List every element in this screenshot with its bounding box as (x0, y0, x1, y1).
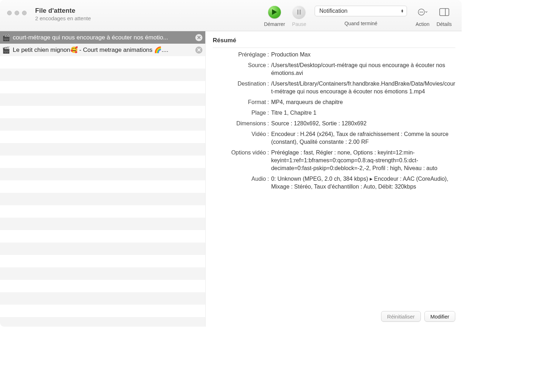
window-title: File d'attente (35, 7, 91, 15)
summary-row-audio: Audio: 0: Unknown (MPEG, 2.0 ch, 384 kbp… (213, 175, 455, 191)
queue-empty-rows (0, 56, 205, 327)
remove-queue-item-button[interactable]: ✕ (195, 34, 202, 41)
when-done-group: Notification ▲▼ Quand terminé (315, 3, 407, 26)
sidebar-icon (439, 8, 449, 16)
summary-row-video-options: Options vidéo: Préréglage : fast, Régler… (213, 149, 455, 172)
divider (213, 48, 455, 48)
pause-button[interactable]: Pause (292, 3, 306, 27)
clapper-icon: 🎬 (2, 34, 10, 42)
close-window-button[interactable] (7, 11, 12, 15)
summary-footer: Réinitialiser Modifier (381, 311, 455, 322)
ellipsis-circle-icon (418, 8, 428, 16)
summary-heading: Résumé (213, 37, 455, 44)
minimize-window-button[interactable] (15, 11, 19, 15)
modify-button[interactable]: Modifier (424, 311, 455, 322)
stepper-icon: ▲▼ (401, 9, 404, 13)
queue-item[interactable]: 🎬 court-métrage qui nous encourage à éco… (0, 31, 205, 44)
when-done-label: Quand terminé (344, 21, 378, 26)
toolbar: File d'attente 2 encodages en attente Dé… (0, 0, 462, 31)
svg-rect-2 (300, 10, 301, 15)
start-button[interactable]: Démarrer (264, 3, 285, 27)
pause-icon (293, 6, 305, 18)
summary-row-source: Source: /Users/test/Desktop/court-métrag… (213, 61, 455, 77)
svg-point-4 (420, 12, 420, 12)
pause-label: Pause (292, 21, 306, 27)
play-icon (268, 6, 281, 18)
queue-item-title: Le petit chien mignon🥰 - Court metrage a… (13, 46, 193, 54)
svg-point-6 (422, 12, 423, 12)
svg-rect-7 (440, 9, 449, 16)
summary-panel: Résumé Préréglage: Production Max Source… (205, 31, 462, 327)
action-label: Action (416, 21, 429, 27)
queue-item[interactable]: 🎬 Le petit chien mignon🥰 - Court metrage… (0, 44, 205, 56)
summary-row-dimensions: Dimensions: Source : 1280x692, Sortie : … (213, 120, 455, 127)
svg-rect-1 (297, 10, 299, 15)
reset-button[interactable]: Réinitialiser (381, 311, 421, 322)
window-subtitle: 2 encodages en attente (35, 15, 91, 21)
details-toggle-button[interactable]: Détails (436, 3, 452, 27)
details-label: Détails (436, 21, 452, 27)
svg-point-5 (421, 12, 422, 12)
action-menu-button[interactable]: Action (416, 3, 429, 27)
zoom-window-button[interactable] (22, 11, 27, 15)
when-done-value: Notification (319, 8, 347, 14)
window-controls (7, 11, 27, 15)
queue-list: 🎬 court-métrage qui nous encourage à éco… (0, 31, 205, 327)
title-block: File d'attente 2 encodages en attente (35, 7, 91, 21)
summary-row-range: Plage: Titre 1, Chapitre 1 (213, 109, 455, 117)
when-done-select[interactable]: Notification ▲▼ (315, 6, 407, 16)
remove-queue-item-button[interactable]: ✕ (195, 47, 202, 54)
summary-row-preset: Préréglage: Production Max (213, 51, 455, 59)
summary-row-format: Format: MP4, marqueurs de chapitre (213, 98, 455, 106)
start-label: Démarrer (264, 21, 285, 27)
summary-row-video: Vidéo: Encodeur : H.264 (x264), Taux de … (213, 130, 455, 146)
svg-marker-0 (272, 9, 277, 15)
clapper-icon: 🎬 (2, 46, 10, 54)
queue-item-title: court-métrage qui nous encourage à écout… (13, 34, 193, 41)
summary-row-destination: Destination: /Users/test/Library/Contain… (213, 80, 455, 96)
